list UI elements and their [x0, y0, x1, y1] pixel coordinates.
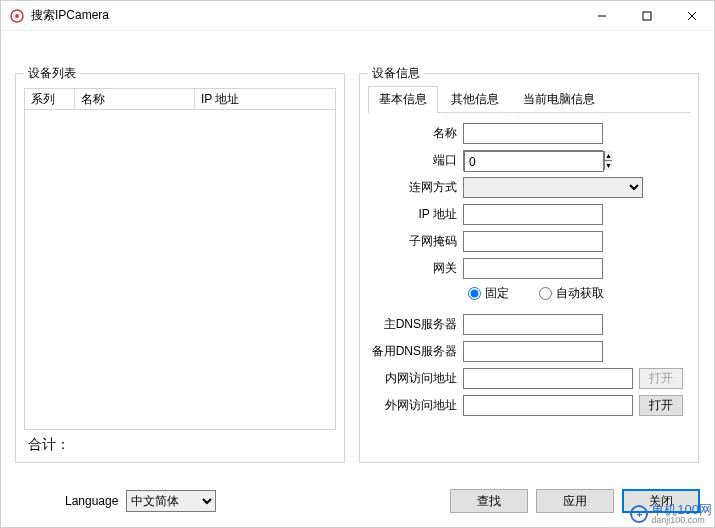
app-window: 搜索IPCamera 设备列表 系列 名称 IP 地址 合计： 设备信息 基本信…: [0, 0, 715, 528]
app-icon: [9, 8, 25, 24]
device-table-body[interactable]: [24, 110, 336, 430]
bottom-bar: Language 中文简体 查找 应用 关闭: [15, 489, 700, 513]
dns1-input[interactable]: [463, 314, 603, 335]
dns2-input[interactable]: [463, 341, 603, 362]
tab-other[interactable]: 其他信息: [440, 86, 510, 113]
gateway-label: 网关: [368, 260, 463, 277]
netmode-select[interactable]: [463, 177, 643, 198]
mask-input[interactable]: [463, 231, 603, 252]
name-label: 名称: [368, 125, 463, 142]
device-list-group: 设备列表 系列 名称 IP 地址 合计：: [15, 73, 345, 463]
port-input[interactable]: [464, 151, 604, 172]
titlebar: 搜索IPCamera: [1, 1, 714, 31]
col-ip[interactable]: IP 地址: [195, 89, 335, 109]
col-series[interactable]: 系列: [25, 89, 75, 109]
radio-auto-input[interactable]: [539, 287, 552, 300]
port-up[interactable]: ▲: [605, 151, 612, 161]
netmode-label: 连网方式: [368, 179, 463, 196]
content-area: 设备列表 系列 名称 IP 地址 合计： 设备信息 基本信息 其他信息 当前电脑…: [1, 31, 714, 527]
outer-open-button[interactable]: 打开: [639, 395, 683, 416]
maximize-button[interactable]: [624, 1, 669, 31]
ip-label: IP 地址: [368, 206, 463, 223]
minimize-button[interactable]: [579, 1, 624, 31]
svg-rect-3: [643, 12, 651, 20]
device-info-legend: 设备信息: [368, 65, 424, 82]
ip-input[interactable]: [463, 204, 603, 225]
inner-open-button[interactable]: 打开: [639, 368, 683, 389]
info-tabs: 基本信息 其他信息 当前电脑信息: [368, 86, 690, 113]
name-input[interactable]: [463, 123, 603, 144]
dns1-label: 主DNS服务器: [368, 316, 463, 333]
watermark-icon: +: [630, 505, 648, 523]
tab-pc[interactable]: 当前电脑信息: [512, 86, 606, 113]
device-info-group: 设备信息 基本信息 其他信息 当前电脑信息 名称 端口: [359, 73, 699, 463]
tab-basic[interactable]: 基本信息: [368, 86, 438, 113]
svg-point-1: [15, 14, 19, 18]
watermark-sub: danji100.com: [651, 516, 712, 525]
device-table-header: 系列 名称 IP 地址: [24, 88, 336, 110]
total-label: 合计：: [24, 436, 336, 454]
mask-label: 子网掩码: [368, 233, 463, 250]
apply-button[interactable]: 应用: [536, 489, 614, 513]
language-area: Language 中文简体: [65, 490, 216, 512]
radio-auto[interactable]: 自动获取: [539, 285, 604, 302]
outer-url-label: 外网访问地址: [368, 397, 463, 414]
window-title: 搜索IPCamera: [31, 7, 579, 24]
watermark: + 单机100网 danji100.com: [630, 503, 712, 525]
language-label: Language: [65, 494, 118, 508]
port-label: 端口: [368, 152, 463, 169]
inner-url-label: 内网访问地址: [368, 370, 463, 387]
basic-form: 名称 端口 ▲ ▼: [368, 123, 690, 416]
search-button[interactable]: 查找: [450, 489, 528, 513]
close-window-button[interactable]: [669, 1, 714, 31]
language-select[interactable]: 中文简体: [126, 490, 216, 512]
window-buttons: [579, 1, 714, 31]
gateway-input[interactable]: [463, 258, 603, 279]
ip-mode-radios: 固定 自动获取: [368, 285, 690, 302]
radio-fixed-input[interactable]: [468, 287, 481, 300]
dns2-label: 备用DNS服务器: [368, 343, 463, 360]
port-spinner[interactable]: ▲ ▼: [463, 150, 603, 171]
inner-url-input[interactable]: [463, 368, 633, 389]
outer-url-input[interactable]: [463, 395, 633, 416]
radio-fixed[interactable]: 固定: [468, 285, 509, 302]
col-name[interactable]: 名称: [75, 89, 195, 109]
port-down[interactable]: ▼: [605, 161, 612, 170]
device-list-legend: 设备列表: [24, 65, 80, 82]
